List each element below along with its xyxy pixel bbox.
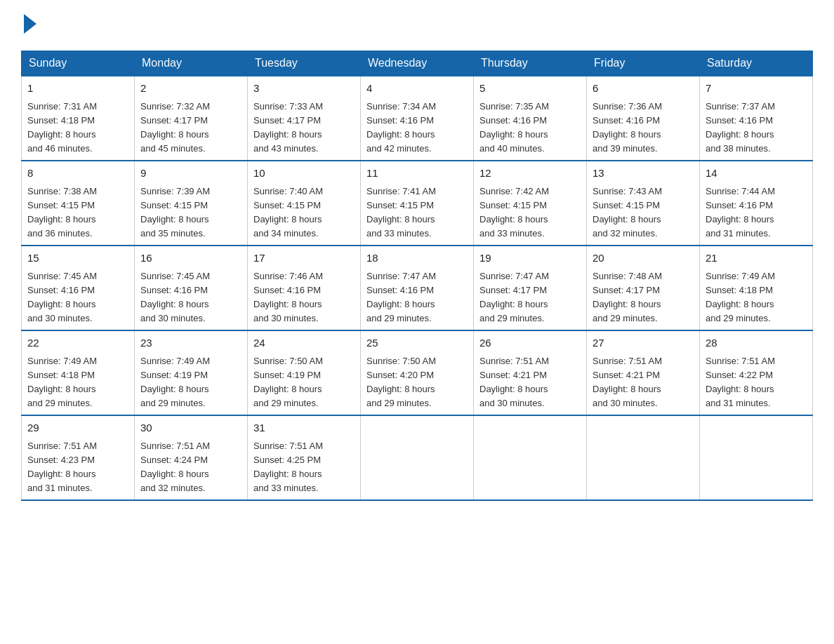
day-info: Sunrise: 7:48 AMSunset: 4:17 PMDaylight:… bbox=[593, 269, 694, 326]
day-number: 18 bbox=[366, 250, 468, 267]
day-number: 4 bbox=[366, 81, 468, 97]
day-info: Sunrise: 7:36 AMSunset: 4:16 PMDaylight:… bbox=[593, 100, 694, 156]
calendar-cell: 7Sunrise: 7:37 AMSunset: 4:16 PMDaylight… bbox=[700, 76, 813, 161]
calendar-week-row: 1Sunrise: 7:31 AMSunset: 4:18 PMDaylight… bbox=[22, 76, 813, 161]
day-number: 29 bbox=[27, 420, 128, 436]
day-info: Sunrise: 7:51 AMSunset: 4:25 PMDaylight:… bbox=[253, 439, 355, 496]
day-info: Sunrise: 7:51 AMSunset: 4:21 PMDaylight:… bbox=[479, 354, 581, 411]
day-number: 20 bbox=[593, 250, 694, 267]
calendar-cell: 24Sunrise: 7:50 AMSunset: 4:19 PMDayligh… bbox=[248, 330, 361, 415]
day-info: Sunrise: 7:43 AMSunset: 4:15 PMDaylight:… bbox=[593, 185, 694, 241]
day-number: 19 bbox=[479, 250, 581, 267]
day-info: Sunrise: 7:49 AMSunset: 4:18 PMDaylight:… bbox=[706, 269, 807, 326]
day-number: 17 bbox=[253, 250, 355, 267]
day-number: 10 bbox=[253, 166, 355, 182]
calendar-cell: 17Sunrise: 7:46 AMSunset: 4:16 PMDayligh… bbox=[248, 246, 361, 330]
calendar-header-sunday: Sunday bbox=[22, 51, 135, 76]
day-info: Sunrise: 7:50 AMSunset: 4:20 PMDaylight:… bbox=[366, 354, 468, 411]
calendar-cell: 12Sunrise: 7:42 AMSunset: 4:15 PMDayligh… bbox=[474, 161, 587, 246]
day-number: 2 bbox=[140, 81, 241, 97]
calendar-week-row: 22Sunrise: 7:49 AMSunset: 4:18 PMDayligh… bbox=[22, 330, 813, 415]
calendar-cell: 26Sunrise: 7:51 AMSunset: 4:21 PMDayligh… bbox=[474, 330, 587, 415]
calendar-cell: 27Sunrise: 7:51 AMSunset: 4:21 PMDayligh… bbox=[587, 330, 700, 415]
calendar-cell: 22Sunrise: 7:49 AMSunset: 4:18 PMDayligh… bbox=[22, 330, 135, 415]
day-number: 12 bbox=[479, 166, 581, 182]
calendar-week-row: 8Sunrise: 7:38 AMSunset: 4:15 PMDaylight… bbox=[22, 161, 813, 246]
calendar-header-tuesday: Tuesday bbox=[248, 51, 361, 76]
day-info: Sunrise: 7:45 AMSunset: 4:16 PMDaylight:… bbox=[27, 269, 128, 326]
day-number: 7 bbox=[706, 81, 807, 97]
day-info: Sunrise: 7:35 AMSunset: 4:16 PMDaylight:… bbox=[479, 100, 581, 156]
day-info: Sunrise: 7:49 AMSunset: 4:18 PMDaylight:… bbox=[27, 354, 128, 411]
day-number: 11 bbox=[366, 166, 468, 182]
calendar-cell: 28Sunrise: 7:51 AMSunset: 4:22 PMDayligh… bbox=[700, 330, 813, 415]
calendar-cell bbox=[700, 415, 813, 500]
calendar-cell: 8Sunrise: 7:38 AMSunset: 4:15 PMDaylight… bbox=[22, 161, 135, 246]
calendar-cell: 4Sunrise: 7:34 AMSunset: 4:16 PMDaylight… bbox=[361, 76, 474, 161]
day-number: 28 bbox=[706, 335, 807, 351]
calendar-cell: 20Sunrise: 7:48 AMSunset: 4:17 PMDayligh… bbox=[587, 246, 700, 330]
calendar-cell: 14Sunrise: 7:44 AMSunset: 4:16 PMDayligh… bbox=[700, 161, 813, 246]
day-info: Sunrise: 7:32 AMSunset: 4:17 PMDaylight:… bbox=[140, 100, 241, 156]
day-info: Sunrise: 7:33 AMSunset: 4:17 PMDaylight:… bbox=[253, 100, 355, 156]
calendar-cell bbox=[587, 415, 700, 500]
day-info: Sunrise: 7:47 AMSunset: 4:17 PMDaylight:… bbox=[479, 269, 581, 326]
calendar-header-wednesday: Wednesday bbox=[361, 51, 474, 76]
day-number: 30 bbox=[140, 420, 241, 436]
calendar-table: SundayMondayTuesdayWednesdayThursdayFrid… bbox=[21, 51, 813, 501]
day-number: 6 bbox=[593, 81, 694, 97]
logo-arrow-icon bbox=[24, 14, 37, 34]
calendar-cell: 21Sunrise: 7:49 AMSunset: 4:18 PMDayligh… bbox=[700, 246, 813, 330]
day-number: 14 bbox=[706, 166, 807, 182]
day-number: 9 bbox=[140, 166, 241, 182]
day-number: 24 bbox=[253, 335, 355, 351]
calendar-cell bbox=[361, 415, 474, 500]
day-info: Sunrise: 7:41 AMSunset: 4:15 PMDaylight:… bbox=[366, 185, 468, 241]
page-header bbox=[21, 14, 813, 36]
day-number: 26 bbox=[479, 335, 581, 351]
day-info: Sunrise: 7:38 AMSunset: 4:15 PMDaylight:… bbox=[27, 185, 128, 241]
calendar-cell: 15Sunrise: 7:45 AMSunset: 4:16 PMDayligh… bbox=[22, 246, 135, 330]
day-number: 22 bbox=[27, 335, 128, 351]
calendar-cell: 19Sunrise: 7:47 AMSunset: 4:17 PMDayligh… bbox=[474, 246, 587, 330]
calendar-cell: 18Sunrise: 7:47 AMSunset: 4:16 PMDayligh… bbox=[361, 246, 474, 330]
day-info: Sunrise: 7:37 AMSunset: 4:16 PMDaylight:… bbox=[706, 100, 807, 156]
day-info: Sunrise: 7:46 AMSunset: 4:16 PMDaylight:… bbox=[253, 269, 355, 326]
day-number: 8 bbox=[27, 166, 128, 182]
day-number: 23 bbox=[140, 335, 241, 351]
calendar-week-row: 29Sunrise: 7:51 AMSunset: 4:23 PMDayligh… bbox=[22, 415, 813, 500]
day-number: 27 bbox=[593, 335, 694, 351]
calendar-cell: 6Sunrise: 7:36 AMSunset: 4:16 PMDaylight… bbox=[587, 76, 700, 161]
day-info: Sunrise: 7:49 AMSunset: 4:19 PMDaylight:… bbox=[140, 354, 241, 411]
day-info: Sunrise: 7:31 AMSunset: 4:18 PMDaylight:… bbox=[27, 100, 128, 156]
calendar-header-monday: Monday bbox=[135, 51, 248, 76]
calendar-cell: 31Sunrise: 7:51 AMSunset: 4:25 PMDayligh… bbox=[248, 415, 361, 500]
day-number: 16 bbox=[140, 250, 241, 267]
calendar-cell: 16Sunrise: 7:45 AMSunset: 4:16 PMDayligh… bbox=[135, 246, 248, 330]
calendar-header-friday: Friday bbox=[587, 51, 700, 76]
logo bbox=[21, 14, 37, 36]
calendar-cell: 1Sunrise: 7:31 AMSunset: 4:18 PMDaylight… bbox=[22, 76, 135, 161]
calendar-cell: 10Sunrise: 7:40 AMSunset: 4:15 PMDayligh… bbox=[248, 161, 361, 246]
calendar-cell: 30Sunrise: 7:51 AMSunset: 4:24 PMDayligh… bbox=[135, 415, 248, 500]
calendar-cell: 9Sunrise: 7:39 AMSunset: 4:15 PMDaylight… bbox=[135, 161, 248, 246]
calendar-cell bbox=[474, 415, 587, 500]
day-number: 1 bbox=[27, 81, 128, 97]
day-info: Sunrise: 7:39 AMSunset: 4:15 PMDaylight:… bbox=[140, 185, 241, 241]
calendar-cell: 13Sunrise: 7:43 AMSunset: 4:15 PMDayligh… bbox=[587, 161, 700, 246]
day-number: 21 bbox=[706, 250, 807, 267]
day-number: 31 bbox=[253, 420, 355, 436]
calendar-cell: 25Sunrise: 7:50 AMSunset: 4:20 PMDayligh… bbox=[361, 330, 474, 415]
day-info: Sunrise: 7:34 AMSunset: 4:16 PMDaylight:… bbox=[366, 100, 468, 156]
calendar-header-saturday: Saturday bbox=[700, 51, 813, 76]
day-info: Sunrise: 7:50 AMSunset: 4:19 PMDaylight:… bbox=[253, 354, 355, 411]
calendar-week-row: 15Sunrise: 7:45 AMSunset: 4:16 PMDayligh… bbox=[22, 246, 813, 330]
day-info: Sunrise: 7:47 AMSunset: 4:16 PMDaylight:… bbox=[366, 269, 468, 326]
day-info: Sunrise: 7:51 AMSunset: 4:21 PMDaylight:… bbox=[593, 354, 694, 411]
day-info: Sunrise: 7:51 AMSunset: 4:22 PMDaylight:… bbox=[706, 354, 807, 411]
day-info: Sunrise: 7:42 AMSunset: 4:15 PMDaylight:… bbox=[479, 185, 581, 241]
day-number: 13 bbox=[593, 166, 694, 182]
day-number: 15 bbox=[27, 250, 128, 267]
day-number: 25 bbox=[366, 335, 468, 351]
calendar-cell: 5Sunrise: 7:35 AMSunset: 4:16 PMDaylight… bbox=[474, 76, 587, 161]
